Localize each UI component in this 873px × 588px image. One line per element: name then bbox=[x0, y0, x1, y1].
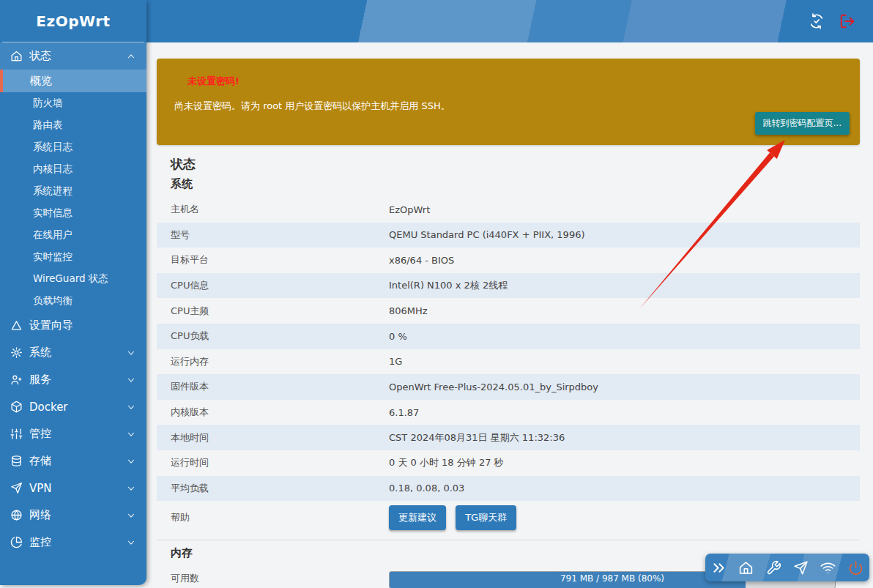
sidebar-item-services[interactable]: 服务 bbox=[0, 366, 146, 393]
sidebar-item-processes[interactable]: 系统进程 bbox=[0, 180, 146, 202]
system-section-title: 系统 bbox=[171, 177, 860, 191]
sync-check-icon[interactable] bbox=[809, 13, 825, 29]
sidebar-item-firewall[interactable]: 防火墙 bbox=[0, 92, 146, 114]
floating-dock bbox=[705, 554, 869, 581]
sidebar-item-storage[interactable]: 存储 bbox=[0, 447, 146, 475]
home-icon[interactable] bbox=[738, 560, 754, 576]
sidebar-item-load-balancing[interactable]: 负载均衡 bbox=[0, 290, 146, 312]
sidebar-item-wireguard-status[interactable]: WireGuard 状态 bbox=[0, 268, 146, 290]
sidebar-item-kernel-log[interactable]: 内核日志 bbox=[0, 158, 146, 180]
sidebar-item-label: 设置向导 bbox=[29, 319, 136, 332]
update-suggestion-button[interactable]: 更新建议 bbox=[389, 505, 446, 530]
row-label: 内核版本 bbox=[157, 406, 389, 419]
sidebar-item-label: 管控 bbox=[29, 427, 126, 441]
row-label: 运行时间 bbox=[157, 456, 389, 469]
sidebar-item-system[interactable]: 系统 bbox=[0, 339, 146, 366]
tg-chat-group-button[interactable]: TG聊天群 bbox=[456, 505, 516, 530]
sidebar-item-label: 内核日志 bbox=[33, 163, 73, 176]
wifi-icon[interactable] bbox=[820, 560, 836, 576]
row-value: 0 天 0 小时 18 分钟 27 秒 bbox=[389, 456, 860, 469]
sidebar-item-label: 服务 bbox=[29, 373, 126, 387]
sidebar-item-vpn[interactable]: VPN bbox=[0, 475, 146, 502]
home-icon bbox=[10, 50, 23, 62]
sidebar-item-routes[interactable]: 路由表 bbox=[0, 114, 146, 136]
sidebar-item-setup-wizard[interactable]: 设置向导 bbox=[0, 312, 146, 339]
sidebar-item-label: 系统日志 bbox=[33, 141, 73, 154]
row-value: 0 % bbox=[389, 331, 860, 342]
row-value: QEMU Standard PC (i440FX + PIIX, 1996) bbox=[389, 229, 860, 240]
help-row: 帮助 更新建议 TG聊天群 bbox=[157, 501, 860, 535]
wrench-icon[interactable] bbox=[766, 560, 781, 576]
table-row: CPU信息Intel(R) N100 x 2核 2线程 bbox=[157, 273, 860, 299]
sidebar-item-docker[interactable]: Docker bbox=[0, 393, 146, 420]
password-warning-banner: 未设置密码! 尚未设置密码。请为 root 用户设置密码以保护主机并启用 SSH… bbox=[157, 59, 860, 145]
sidebar-item-label: 实时信息 bbox=[33, 206, 73, 220]
row-value: 0.18, 0.08, 0.03 bbox=[389, 483, 860, 494]
table-row: 固件版本OpenWrt Free-Plus-2024.05.01_by_Sirp… bbox=[157, 374, 860, 400]
table-row: 本地时间CST 2024年08月31日 星期六 11:32:36 bbox=[157, 425, 860, 450]
system-info-table: 主机名EzOpWrt 型号QEMU Standard PC (i440FX + … bbox=[157, 197, 860, 535]
gear-icon bbox=[10, 346, 23, 359]
row-value: OpenWrt Free-Plus-2024.05.01_by_Sirpdboy bbox=[389, 382, 860, 392]
sidebar: EzOpWrt 状态 概览 防火墙 路由表 系统日志 内核日志 系统进程 实时信… bbox=[0, 0, 146, 585]
table-row: 平均负载0.18, 0.08, 0.03 bbox=[157, 476, 860, 502]
send-icon[interactable] bbox=[793, 560, 809, 576]
row-label: CPU负载 bbox=[157, 330, 389, 343]
row-label: 固件版本 bbox=[157, 380, 389, 393]
table-row: 运行时间0 天 0 小时 18 分钟 27 秒 bbox=[157, 450, 860, 476]
row-value: Intel(R) N100 x 2核 2线程 bbox=[389, 279, 860, 292]
row-label: CPU信息 bbox=[157, 279, 389, 292]
sidebar-item-system-log[interactable]: 系统日志 bbox=[0, 136, 146, 158]
main-content: 未设置密码! 尚未设置密码。请为 root 用户设置密码以保护主机并启用 SSH… bbox=[146, 42, 873, 588]
sidebar-item-label: 概览 bbox=[30, 74, 52, 88]
app-logo: EzOpWrt bbox=[0, 0, 146, 42]
power-icon[interactable] bbox=[848, 560, 863, 576]
chevron-down-icon bbox=[126, 402, 136, 412]
sidebar-item-label: 存储 bbox=[29, 454, 126, 468]
sidebar-item-label: VPN bbox=[29, 482, 126, 495]
table-row: CPU负载0 % bbox=[157, 324, 860, 349]
sidebar-item-network[interactable]: 网络 bbox=[0, 502, 146, 529]
logout-icon[interactable] bbox=[839, 13, 855, 29]
chevron-down-icon bbox=[126, 456, 136, 466]
chevron-down-icon bbox=[126, 375, 136, 385]
help-buttons: 更新建议 TG聊天群 bbox=[389, 505, 860, 530]
sidebar-item-realtime-monitor[interactable]: 实时监控 bbox=[0, 246, 146, 268]
row-label: 帮助 bbox=[157, 511, 389, 524]
row-value: 806MHz bbox=[389, 305, 860, 316]
sidebar-item-label: 监控 bbox=[29, 535, 126, 549]
row-value: CST 2024年08月31日 星期六 11:32:36 bbox=[389, 431, 860, 444]
table-row: 目标平台x86/64 - BIOS bbox=[157, 248, 860, 273]
section-divider bbox=[157, 540, 860, 540]
row-label: CPU主频 bbox=[157, 305, 389, 318]
database-icon bbox=[10, 455, 23, 467]
sliders-icon bbox=[10, 428, 23, 440]
row-label: 可用数 bbox=[157, 572, 389, 585]
triangle-icon bbox=[10, 319, 23, 332]
chevron-down-icon bbox=[126, 348, 136, 358]
sidebar-item-label: 实时监控 bbox=[33, 250, 73, 264]
user-plus-icon bbox=[10, 373, 23, 386]
chevron-down-icon bbox=[126, 429, 136, 439]
globe-icon bbox=[10, 509, 23, 521]
chevron-up-icon bbox=[126, 51, 136, 62]
table-row: CPU主频806MHz bbox=[157, 298, 860, 324]
sidebar-item-status[interactable]: 状态 bbox=[0, 42, 146, 70]
send-icon bbox=[10, 482, 23, 494]
sidebar-item-label: 负载均衡 bbox=[33, 294, 73, 308]
sidebar-item-online-users[interactable]: 在线用户 bbox=[0, 224, 146, 246]
sidebar-item-control[interactable]: 管控 bbox=[0, 420, 146, 447]
expand-icon[interactable] bbox=[711, 560, 727, 576]
chevron-down-icon bbox=[126, 537, 136, 548]
goto-password-config-button[interactable]: 跳转到密码配置页... bbox=[755, 112, 850, 135]
sidebar-item-monitor[interactable]: 监控 bbox=[0, 529, 146, 556]
row-label: 平均负载 bbox=[157, 482, 389, 495]
table-row: 运行内存1G bbox=[157, 349, 860, 375]
sidebar-item-label: WireGuard 状态 bbox=[33, 272, 108, 286]
sidebar-item-overview[interactable]: 概览 bbox=[0, 70, 146, 92]
table-row: 主机名EzOpWrt bbox=[157, 197, 860, 223]
sidebar-item-realtime-info[interactable]: 实时信息 bbox=[0, 202, 146, 224]
row-label: 型号 bbox=[157, 228, 389, 242]
row-label: 运行内存 bbox=[157, 355, 389, 368]
row-label: 目标平台 bbox=[157, 253, 389, 267]
